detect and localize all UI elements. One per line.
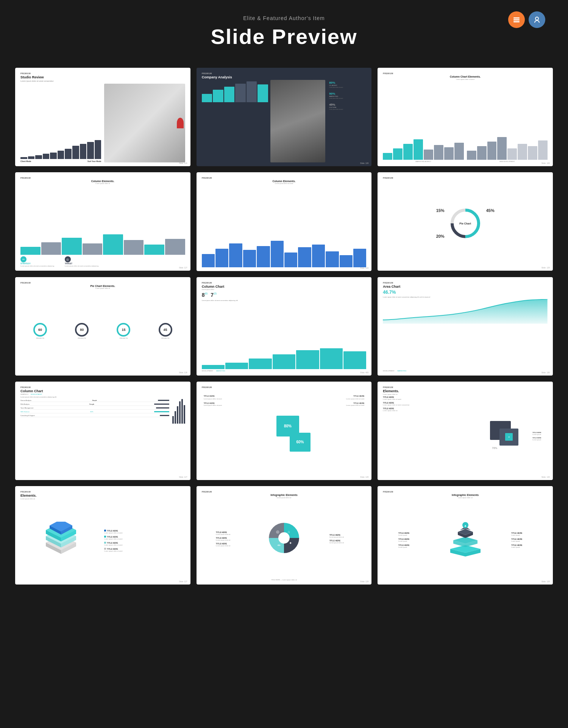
feature-2-text: Lorem ipsum dolor sit amet consectetur a… xyxy=(65,265,98,267)
circle-1-label: PROJECTS xyxy=(36,337,44,339)
circle-2-ring: 80 xyxy=(75,323,89,337)
bar-chart-8 xyxy=(202,348,367,369)
slide-13-badge: PREMIUM xyxy=(20,491,185,493)
slide-10-number: Slide: 127 xyxy=(179,476,187,478)
bar-chart-10 xyxy=(172,399,185,424)
feature-2-title: TARGET xyxy=(65,262,98,265)
feature-1-icon: ✏ xyxy=(20,256,27,262)
slide-15-title: Infographic Elements xyxy=(383,494,548,496)
slide-10[interactable]: PREMIUM Column Chart GRAPHICS DEVELOPMEN… xyxy=(15,382,190,480)
slide-11[interactable]: PREMIUM TITLE HERE Lorem ipsum dolor sit… xyxy=(197,382,372,480)
slide-7-subtitle: Lorem ipsum dolor sit xyxy=(20,287,185,289)
slide-1-title: Studio Review xyxy=(20,75,185,79)
info-text-5: TITLE HERE Lorem ipsum dolor sit xyxy=(329,539,352,544)
header-title: Slide Preview xyxy=(0,24,568,49)
bar-chart-1 xyxy=(20,140,101,159)
table-row-2: Web Analysis Google xyxy=(20,403,169,406)
slide-2[interactable]: PREMIUM Company Analysis 80% CO-AGENT Lo xyxy=(197,68,372,166)
slide-8-badge: PREMIUM xyxy=(202,282,367,284)
slide-3-label2: WEB DEVELOPMENT xyxy=(467,161,548,162)
slide-13-subtitle: Lorem ipsum dolor sit xyxy=(20,498,185,500)
slide-1-chart: Client Mode Suit Your Mode xyxy=(20,84,101,162)
slide-13-content: TITLE HERE Lorem ipsum dolor sit amet TI… xyxy=(20,500,185,581)
slide-14-number: Slide: 128 xyxy=(360,580,368,583)
slide-12-content: TITLE HERE Lorem ipsum dolor sit amet TI… xyxy=(383,396,548,476)
slide-6-right-pcts: 45% xyxy=(486,208,495,239)
slide-11-right-text: TITLE HERE Lorem ipsum dolor sit amet TI… xyxy=(345,395,364,406)
info-text-2: TITLE HERE Lorem ipsum dolor sit xyxy=(216,537,239,541)
slide-5-badge: PREMIUM xyxy=(202,177,367,179)
slide-3-number: Slide: 126 xyxy=(541,162,550,164)
slide-4-badge: PREMIUM xyxy=(20,177,185,179)
svg-text:▲: ▲ xyxy=(464,524,467,527)
slide-6-pie-label: Pie Chart xyxy=(459,222,471,225)
slide-12[interactable]: PREMIUM Elements. Lorem ipsum dolor sit … xyxy=(378,382,553,480)
slide-8-title: Column Chart xyxy=(202,285,367,288)
circle-1-ring: 60 xyxy=(33,323,47,337)
circle-2-val: 80 xyxy=(80,328,84,332)
circle-4-label: PROJECTS xyxy=(161,337,169,339)
slide-15[interactable]: PREMIUM Infographic Elements Lorem ipsum… xyxy=(378,486,553,585)
svg-text:⌂: ⌂ xyxy=(288,530,290,534)
slide-13-number: Slide: 127 xyxy=(179,580,187,583)
bar-chart-2 xyxy=(202,81,268,102)
slide-5-number: Slide: 128 xyxy=(360,267,368,269)
feature-1-title: STRATEGY xyxy=(20,262,54,265)
table-row-1: Human Analysis Simple xyxy=(20,399,169,402)
slide-8[interactable]: PREMIUM Column Chart Lorem ipsum dolor 8… xyxy=(197,277,372,376)
slide-12-left: TITLE HERE Lorem ipsum dolor sit amet TI… xyxy=(383,396,463,476)
slide-13-right: TITLE HERE Lorem ipsum dolor sit amet TI… xyxy=(104,500,185,581)
slide-2-number: Slide: 126 xyxy=(360,162,368,164)
slide-14-wheel: ⌂ ✦ ✏ ◎ xyxy=(267,521,301,557)
slide-2-chart xyxy=(202,80,268,162)
svg-rect-0 xyxy=(513,17,520,19)
layer-text-1: TITLE HERE Lorem ipsum dolor sit amet xyxy=(104,530,185,534)
slide-1-number: Slide: 124 xyxy=(179,162,187,164)
svg-text:✏: ✏ xyxy=(278,543,281,547)
slide-14-subtitle: Lorem ipsum dolor sit xyxy=(202,497,367,499)
dark-pct1: 80% xyxy=(518,448,524,451)
slide-14-content: TITLE HERE Lorem ipsum dolor sit TITLE H… xyxy=(202,499,367,578)
slide-13[interactable]: PREMIUM Elements. Lorem ipsum dolor sit xyxy=(15,486,190,585)
slide-2-title: Company Analysis xyxy=(202,75,367,79)
slide-7[interactable]: PREMIUM Pie Chart Elements. Lorem ipsum … xyxy=(15,277,190,376)
slide-3-title: Column Chart Elements. xyxy=(383,75,548,78)
slide-6-badge: PREMIUM xyxy=(383,177,548,179)
svg-text:✦: ✦ xyxy=(289,541,292,545)
slide-4[interactable]: PREMIUM Column Elements. Lorem ipsum dol… xyxy=(15,172,190,271)
slide-5[interactable]: PREMIUM Column Elements. Lorem ipsum dol… xyxy=(197,172,372,271)
slide-3[interactable]: PREMIUM Column Chart Elements. Lorem ips… xyxy=(378,68,553,166)
feature-2: ◎ TARGET Lorem ipsum dolor sit amet cons… xyxy=(65,256,98,267)
slide-10-desc: Lorem ipsum dolor sit amet consectetur a… xyxy=(20,396,185,398)
slide-4-number: Slide: 127 xyxy=(179,267,187,269)
svg-rect-1 xyxy=(513,19,520,20)
slide-11-squares: TITLE HERE Lorem ipsum dolor sit amet TI… xyxy=(202,389,367,476)
svg-point-23 xyxy=(278,532,290,544)
slide-15-number: Slide: 128 xyxy=(541,580,550,583)
slide-9-badge: PREMIUM xyxy=(383,282,548,284)
slide-15-pyramid: ▲ xyxy=(450,521,481,560)
layer-text-2: TITLE HERE Lorem ipsum dolor sit amet xyxy=(104,536,185,540)
pyr-text-1: TITLE HERE Lorem ipsum xyxy=(398,532,419,536)
slide-15-right: TITLE HERE Lorem ipsum TITLE HERE Lorem … xyxy=(511,532,532,548)
table-row-4: SEO Science 60% xyxy=(20,410,169,413)
slide-1-subtitle: Lorem ipsum dolor sit amet consectetur xyxy=(20,80,185,82)
slide-14-left: TITLE HERE Lorem ipsum dolor sit TITLE H… xyxy=(216,531,239,547)
circle-1-val: 60 xyxy=(38,328,42,332)
stat-3: 45% CULTURA Lorem ipsum dolor sit amet xyxy=(328,102,366,111)
slide-9-desc: Lorem ipsum dolor sit amet consectetur a… xyxy=(383,296,548,298)
slide-10-tabs: GRAPHICS DEVELOPMENT xyxy=(20,393,185,395)
slide-9[interactable]: PREMIUM Area Chart 46.7% Lorem ipsum dol… xyxy=(378,277,553,376)
slide-14[interactable]: PREMIUM Infographic Elements Lorem ipsum… xyxy=(197,486,372,585)
slide-6-pct3: 20% xyxy=(436,234,445,239)
slide-6[interactable]: PREMIUM 15% 20% Pie Chart 45% Slide: 129 xyxy=(378,172,553,271)
slide-1-badge: PREMIUM xyxy=(20,72,185,75)
slide-1[interactable]: PREMIUM Studio Review Lorem ipsum dolor … xyxy=(15,68,190,166)
text-item-1: TITLE HERE Lorem ipsum dolor sit amet xyxy=(383,396,463,400)
circle-1: 60 PROJECTS xyxy=(33,323,47,339)
slide-14-badge: PREMIUM xyxy=(202,491,367,493)
pyr-text-3: TITLE HERE Lorem ipsum xyxy=(398,544,419,548)
pyr-text-4: TITLE HERE Lorem ipsum xyxy=(511,532,532,536)
slide-2-stats: 80% CO-AGENT Lorem ipsum dolor sit amet … xyxy=(328,80,366,162)
tab-graphics: GRAPHICS xyxy=(20,393,28,395)
